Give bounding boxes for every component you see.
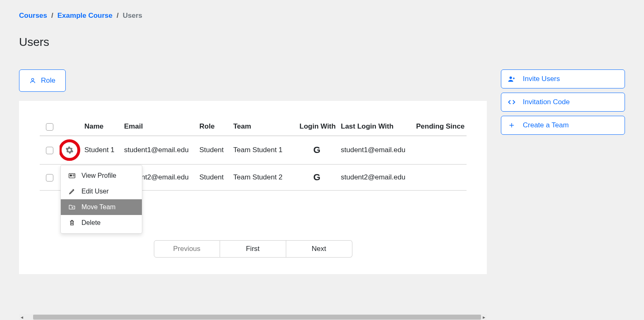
users-panel: Name Email Role Team Login With Last Log… bbox=[19, 101, 487, 274]
id-card-icon bbox=[68, 173, 76, 179]
trash-icon bbox=[68, 220, 76, 226]
select-all-checkbox[interactable] bbox=[46, 123, 53, 131]
page-title: Users bbox=[19, 36, 625, 49]
action-label: Invite Users bbox=[523, 75, 560, 83]
person-icon bbox=[29, 77, 36, 84]
breadcrumb-current: Users bbox=[123, 12, 142, 20]
pagination-previous[interactable]: Previous bbox=[154, 240, 220, 258]
dropdown-move-team[interactable]: Move Team bbox=[61, 199, 142, 215]
dropdown-view-profile[interactable]: View Profile bbox=[61, 168, 142, 184]
breadcrumb-separator: / bbox=[117, 12, 119, 20]
cell-last-login: student2@email.edu bbox=[338, 165, 413, 191]
th-last-login: Last Login With bbox=[338, 117, 413, 136]
scroll-left-arrow[interactable]: ◄ bbox=[19, 315, 25, 320]
dropdown-label: Edit User bbox=[81, 188, 109, 195]
th-pending: Pending Since bbox=[413, 117, 467, 136]
th-login-with: Login With bbox=[296, 117, 338, 136]
svg-point-4 bbox=[510, 76, 512, 79]
invite-users-button[interactable]: Invite Users bbox=[501, 69, 625, 88]
cell-team: Team Student 2 bbox=[230, 165, 296, 191]
invitation-code-button[interactable]: Invitation Code bbox=[501, 93, 625, 112]
role-filter-button[interactable]: Role bbox=[19, 69, 66, 92]
cell-team: Team Student 1 bbox=[230, 136, 296, 165]
cell-last-login: student1@email.edu bbox=[338, 136, 413, 165]
action-label: Create a Team bbox=[523, 121, 569, 129]
row-actions-dropdown: View Profile Edit User bbox=[60, 165, 142, 234]
dropdown-label: View Profile bbox=[81, 172, 116, 179]
action-label: Invitation Code bbox=[523, 98, 570, 106]
th-email: Email bbox=[121, 117, 196, 136]
th-name: Name bbox=[81, 117, 121, 136]
cell-role: Student bbox=[196, 136, 230, 165]
cell-email: student1@email.edu bbox=[121, 136, 196, 165]
code-icon bbox=[508, 99, 515, 105]
scroll-right-arrow[interactable]: ► bbox=[481, 315, 487, 320]
role-filter-label: Role bbox=[41, 76, 55, 85]
create-team-button[interactable]: Create a Team bbox=[501, 116, 625, 135]
breadcrumb: Courses / Example Course / Users bbox=[19, 12, 625, 20]
dropdown-label: Delete bbox=[81, 219, 101, 227]
pagination: Previous First Next bbox=[40, 240, 466, 258]
dropdown-delete[interactable]: Delete bbox=[61, 215, 142, 231]
table-row: Student 1 student1@email.edu Student Tea… bbox=[40, 136, 467, 165]
cell-pending bbox=[413, 136, 467, 165]
th-team: Team bbox=[230, 117, 296, 136]
pagination-next[interactable]: Next bbox=[286, 240, 352, 258]
cell-role: Student bbox=[196, 165, 230, 191]
google-icon: G bbox=[296, 165, 338, 191]
dropdown-edit-user[interactable]: Edit User bbox=[61, 184, 142, 199]
user-plus-icon bbox=[508, 76, 515, 82]
svg-point-3 bbox=[70, 174, 72, 176]
scroll-thumb[interactable] bbox=[33, 315, 481, 320]
breadcrumb-courses[interactable]: Courses bbox=[19, 12, 47, 20]
breadcrumb-course[interactable]: Example Course bbox=[57, 12, 113, 20]
cell-name: Student 1 bbox=[81, 136, 121, 165]
th-role: Role bbox=[196, 117, 230, 136]
row-checkbox[interactable] bbox=[46, 174, 53, 181]
folder-move-icon bbox=[68, 204, 76, 210]
pencil-icon bbox=[68, 188, 76, 195]
gear-icon[interactable] bbox=[65, 146, 74, 154]
row-checkbox[interactable] bbox=[46, 147, 53, 154]
horizontal-scrollbar[interactable]: ◄ ► bbox=[19, 314, 487, 320]
plus-icon bbox=[508, 122, 515, 128]
google-icon: G bbox=[296, 136, 338, 165]
svg-point-0 bbox=[31, 79, 34, 81]
cell-pending bbox=[413, 165, 467, 191]
dropdown-label: Move Team bbox=[81, 203, 115, 211]
pagination-first[interactable]: First bbox=[220, 240, 286, 258]
breadcrumb-separator: / bbox=[51, 12, 53, 20]
